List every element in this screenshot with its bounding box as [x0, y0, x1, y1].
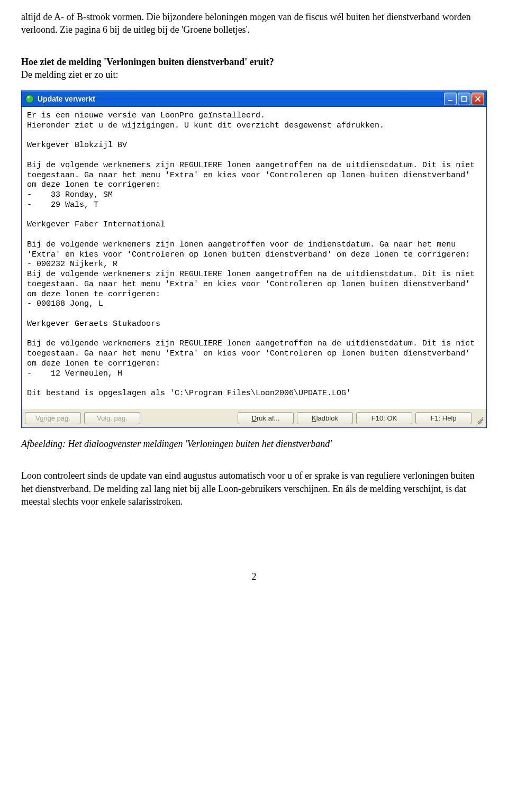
dialog-window: Update verwerkt Er is een nieuwe versie … [21, 90, 487, 428]
prev-page-button[interactable]: Vorige pag. [25, 412, 81, 424]
notepad-button[interactable]: Kladblok [297, 412, 353, 424]
question-block: Hoe ziet de melding 'Verloningen buiten … [21, 56, 487, 81]
button-label: Vorige pag. [35, 414, 70, 422]
svg-point-1 [28, 96, 30, 98]
next-page-button[interactable]: Volg. pag. [84, 412, 140, 424]
button-label: Volg. pag. [97, 414, 128, 422]
dialog-titlebar[interactable]: Update verwerkt [22, 91, 486, 107]
svg-rect-3 [462, 97, 467, 102]
button-label: Kladblok [312, 414, 338, 422]
close-button[interactable] [471, 93, 484, 105]
outro-paragraph: Loon controleert sinds de update van ein… [21, 469, 487, 508]
dialog-title: Update verwerkt [38, 95, 444, 103]
ok-button[interactable]: F10: OK [356, 412, 412, 424]
intro-paragraph: altijd de A- of B-strook vormen. Die bij… [21, 11, 487, 37]
svg-rect-2 [448, 100, 452, 101]
help-button[interactable]: F1: Help [415, 412, 471, 424]
dialog-body-text: Er is een nieuwe versie van LoonPro geïn… [22, 107, 486, 408]
resize-grip-icon[interactable] [476, 417, 483, 424]
answer-leadin: De melding ziet er zo uit: [21, 69, 118, 80]
minimize-button[interactable] [444, 93, 457, 105]
app-icon [25, 94, 34, 104]
button-label: Druk af... [252, 414, 280, 422]
figure-caption: Afbeelding: Het dialoogvenster meldingen… [21, 437, 487, 450]
question-bold: Hoe ziet de melding 'Verloningen buiten … [21, 57, 274, 67]
svg-point-0 [26, 95, 34, 103]
page-number: 2 [21, 571, 487, 582]
print-button[interactable]: Druk af... [238, 412, 294, 424]
dialog-button-bar: Vorige pag. Volg. pag. Druk af... Kladbl… [22, 408, 486, 427]
maximize-button[interactable] [458, 93, 470, 105]
